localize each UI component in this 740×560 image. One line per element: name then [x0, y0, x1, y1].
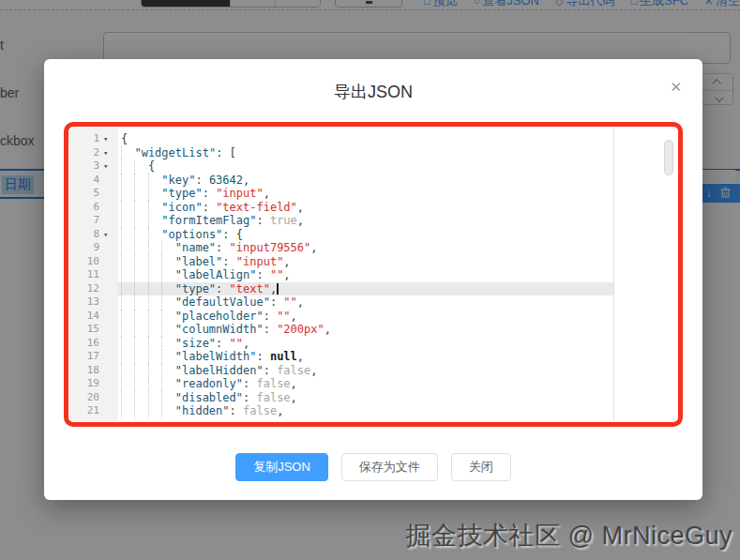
code-text: "type": "text",: [121, 282, 279, 296]
code-line[interactable]: 6"icon": "text-field",: [69, 201, 677, 215]
code-text: "name": "input79556",: [121, 241, 318, 255]
code-line[interactable]: 17"labelWidth": null,: [69, 350, 677, 364]
indent-guide: [134, 228, 147, 242]
token-k: "labelWidth": [175, 350, 257, 363]
code-line[interactable]: 3▾{: [69, 159, 677, 174]
indent-guide: [161, 255, 174, 269]
indent-guide: [161, 268, 174, 282]
line-number: 14: [69, 310, 99, 324]
code-line[interactable]: 19"readonly": false,: [69, 377, 677, 391]
indent-guide: [134, 350, 147, 364]
token-k: "labelHidden": [175, 364, 264, 377]
fold-arrow-icon[interactable]: ▾: [103, 146, 116, 160]
indent-guide: [148, 295, 161, 310]
indent-guide: [161, 391, 174, 405]
indent-guide: [121, 201, 134, 215]
token-s: "": [270, 268, 283, 281]
token-k: "labelAlign": [175, 268, 257, 281]
token-p: :: [264, 323, 277, 336]
indent-guide: [148, 337, 161, 351]
code-line[interactable]: 18"labelHidden": false,: [69, 364, 677, 378]
code-line[interactable]: 14"placeholder": "",: [69, 310, 677, 324]
json-code-editor[interactable]: 1▾{2▾"widgetList": [3▾{4"key": 63642,5"t…: [69, 128, 677, 421]
token-p: :: [256, 268, 269, 281]
code-line[interactable]: 8▾"options": {: [69, 228, 677, 242]
token-p: ,: [325, 323, 331, 336]
indent-guide: [121, 337, 134, 351]
token-p: ,: [264, 187, 270, 200]
token-p: :: [264, 310, 277, 323]
code-line[interactable]: 5"type": "input",: [69, 187, 677, 201]
indent-guide: [148, 377, 161, 391]
token-p: :: [222, 255, 235, 268]
editor-scrollbar[interactable]: [664, 140, 673, 175]
code-line[interactable]: 15"columnWidth": "200px",: [69, 323, 677, 337]
token-p: ,: [297, 295, 304, 309]
save-as-file-button[interactable]: 保存为文件: [341, 453, 438, 481]
code-text: "labelHidden": false,: [121, 364, 317, 378]
token-u: null: [270, 350, 297, 363]
indent-guide: [134, 255, 147, 269]
token-b: false: [277, 364, 310, 377]
token-p: :: [264, 364, 277, 377]
token-p: ,: [310, 364, 317, 377]
fold-arrow-icon[interactable]: ▾: [103, 159, 116, 174]
line-number: 7: [69, 214, 99, 228]
indent-guide: [148, 214, 161, 228]
copy-json-button[interactable]: 复制JSON: [235, 453, 328, 481]
indent-guide: [121, 255, 134, 269]
code-line[interactable]: 11"labelAlign": "",: [69, 268, 677, 282]
export-json-dialog: 导出JSON ✕ 1▾{2▾"widgetList": [3▾{4"key": …: [44, 59, 702, 500]
token-p: :: [195, 174, 208, 187]
watermark: 掘金技术社区 @ MrNiceGuy: [406, 519, 732, 552]
indent-guide: [134, 241, 147, 255]
token-b: false: [256, 391, 290, 404]
token-p: ,: [310, 241, 317, 254]
code-line[interactable]: 21"hidden": false,: [69, 404, 677, 418]
token-s: "": [283, 295, 296, 309]
code-line[interactable]: 12"type": "text",: [69, 282, 677, 296]
indent-guide: [134, 174, 147, 188]
indent-guide: [121, 350, 134, 364]
indent-guide: [161, 241, 174, 255]
token-p: :: [203, 201, 216, 214]
code-text: "type": "input",: [121, 187, 270, 201]
code-line[interactable]: 2▾"widgetList": [: [69, 146, 677, 160]
token-p: :: [243, 377, 256, 390]
token-b: false: [243, 404, 277, 417]
line-number: 16: [69, 337, 99, 351]
line-number: 1: [69, 132, 99, 146]
indent-guide: [148, 228, 161, 242]
token-s: "text": [230, 282, 270, 295]
close-button[interactable]: 关闭: [451, 453, 511, 481]
close-icon[interactable]: ✕: [670, 80, 682, 94]
code-text: "labelAlign": "",: [121, 268, 291, 282]
code-line[interactable]: 16"size": "",: [69, 337, 677, 351]
code-line[interactable]: 10"label": "input",: [69, 255, 677, 269]
indent-guide: [134, 282, 147, 296]
line-number: 18: [69, 364, 99, 378]
token-k: "defaultValue": [175, 295, 270, 309]
indent-guide: [148, 174, 161, 188]
code-line[interactable]: 4"key": 63642,: [69, 174, 677, 188]
token-k: "readonly": [175, 377, 243, 390]
fold-arrow-icon[interactable]: ▾: [103, 228, 116, 242]
code-text: "widgetList": [: [121, 146, 236, 160]
code-line[interactable]: 9"name": "input79556",: [69, 241, 677, 255]
line-number: 13: [69, 295, 99, 310]
token-p: :: [256, 214, 269, 227]
fold-arrow-icon[interactable]: ▾: [103, 132, 116, 146]
code-text: "formItemFlag": true,: [121, 214, 304, 228]
code-text: "icon": "text-field",: [121, 201, 304, 215]
token-p: ,: [283, 255, 290, 268]
code-line[interactable]: 7"formItemFlag": true,: [69, 214, 677, 228]
indent-guide: [134, 404, 147, 418]
indent-guide: [134, 337, 147, 351]
code-line[interactable]: 20"disabled": false,: [69, 391, 677, 405]
token-p: ,: [277, 404, 283, 417]
code-line[interactable]: 1▾{: [69, 132, 677, 146]
indent-guide: [121, 310, 134, 324]
indent-guide: [134, 201, 147, 215]
code-line[interactable]: 13"defaultValue": "",: [69, 295, 677, 310]
code-text: "hidden": false,: [121, 404, 283, 418]
